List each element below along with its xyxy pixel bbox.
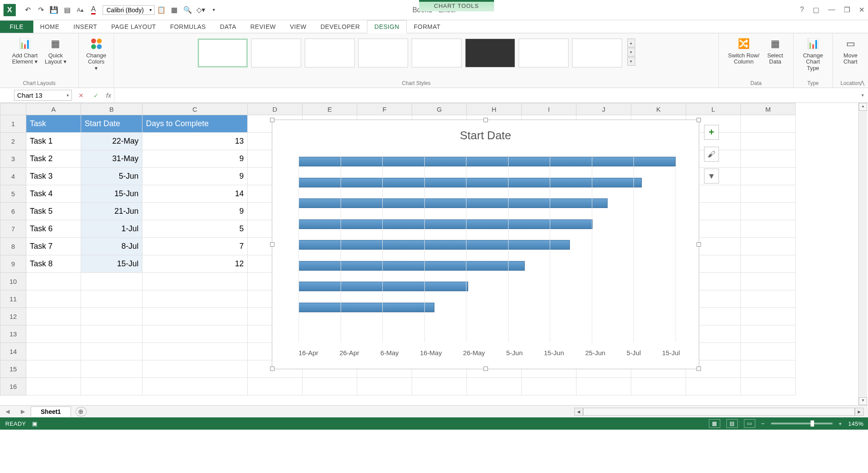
cell-A11[interactable] xyxy=(26,290,81,308)
cell-B1[interactable]: Start Date xyxy=(81,115,142,133)
gallery-scroll-up[interactable]: ▴ xyxy=(627,39,635,47)
row-header-12[interactable]: 12 xyxy=(0,308,26,325)
redo-icon[interactable]: ↷ xyxy=(34,4,47,17)
cell-C6[interactable]: 9 xyxy=(142,203,248,220)
move-chart-button[interactable]: ▭ Move Chart xyxy=(839,36,862,65)
cell-M10[interactable] xyxy=(741,273,796,290)
undo-icon[interactable]: ↶ xyxy=(21,4,34,17)
row-header-16[interactable]: 16 xyxy=(0,378,26,395)
font-size-increase-icon[interactable]: A▴ xyxy=(74,4,87,17)
cell-C3[interactable]: 9 xyxy=(142,150,248,168)
chart-bar-3[interactable] xyxy=(299,261,525,271)
save-icon[interactable]: 💾 xyxy=(47,4,60,17)
cell-C8[interactable]: 7 xyxy=(142,238,248,255)
table-icon[interactable]: ▦ xyxy=(168,4,181,17)
row-header-1[interactable]: 1 xyxy=(0,115,26,133)
cell-D16[interactable] xyxy=(248,378,302,395)
format-painter-icon[interactable]: 📋 xyxy=(155,4,168,17)
chart-filter-button[interactable]: ▼ xyxy=(704,169,719,184)
chart-style-1[interactable] xyxy=(198,39,248,67)
cell-B15[interactable] xyxy=(81,360,142,378)
help-icon[interactable]: ? xyxy=(800,6,804,14)
chart-resize-handle[interactable] xyxy=(270,242,274,247)
confirm-formula-icon[interactable]: ✓ xyxy=(89,92,103,99)
chart-bar-4[interactable] xyxy=(299,240,570,250)
switch-row-column-button[interactable]: 🔀 Switch Row/ Column xyxy=(726,36,762,65)
cell-B10[interactable] xyxy=(81,273,142,290)
cell-B11[interactable] xyxy=(81,290,142,308)
row-header-6[interactable]: 6 xyxy=(0,203,26,220)
cell-L16[interactable] xyxy=(686,378,741,395)
minimize-icon[interactable]: — xyxy=(828,6,835,14)
row-header-9[interactable]: 9 xyxy=(0,255,26,273)
cell-K16[interactable] xyxy=(631,378,686,395)
ribbon-tab-file[interactable]: FILE xyxy=(0,21,33,33)
cell-H16[interactable] xyxy=(467,378,522,395)
chart-resize-handle[interactable] xyxy=(270,367,274,371)
restore-icon[interactable]: ❐ xyxy=(844,6,850,14)
ribbon-tab-insert[interactable]: INSERT xyxy=(67,21,104,33)
cell-B6[interactable]: 21-Jun xyxy=(81,203,142,220)
column-header-F[interactable]: F xyxy=(357,103,412,115)
cell-A1[interactable]: Task xyxy=(26,115,81,133)
close-icon[interactable]: ✕ xyxy=(859,6,864,14)
chart-bar-6[interactable] xyxy=(299,198,608,208)
font-color-icon[interactable]: A xyxy=(87,4,100,17)
cell-M15[interactable] xyxy=(741,360,796,378)
cell-C13[interactable] xyxy=(142,325,248,343)
cell-C14[interactable] xyxy=(142,343,248,360)
chart-style-8[interactable] xyxy=(572,39,622,67)
cell-C15[interactable] xyxy=(142,360,248,378)
cell-C2[interactable]: 13 xyxy=(142,133,248,150)
cell-M4[interactable] xyxy=(741,168,796,185)
cell-M9[interactable] xyxy=(741,255,796,273)
macro-record-icon[interactable]: ▣ xyxy=(32,420,38,427)
chart-resize-handle[interactable] xyxy=(484,367,488,371)
chart-resize-handle[interactable] xyxy=(697,118,701,122)
cell-M12[interactable] xyxy=(741,308,796,325)
sheet-nav-prev[interactable]: ◄ xyxy=(4,408,11,416)
cell-A2[interactable]: Task 1 xyxy=(26,133,81,150)
ribbon-tab-review[interactable]: REVIEW xyxy=(243,21,283,33)
ribbon-tab-data[interactable]: DATA xyxy=(213,21,243,33)
ribbon-tab-design[interactable]: DESIGN xyxy=(367,20,407,33)
column-header-I[interactable]: I xyxy=(522,103,576,115)
cell-B7[interactable]: 1-Jul xyxy=(81,220,142,238)
chart-bar-7[interactable] xyxy=(299,178,642,187)
row-header-14[interactable]: 14 xyxy=(0,343,26,360)
quick-layout-button[interactable]: ▦ Quick Layout ▾ xyxy=(42,36,69,65)
cell-F16[interactable] xyxy=(357,378,412,395)
chart-style-3[interactable] xyxy=(305,39,355,67)
chart-resize-handle[interactable] xyxy=(484,118,488,122)
cell-C4[interactable]: 9 xyxy=(142,168,248,185)
column-header-C[interactable]: C xyxy=(142,103,248,115)
chart-styles-button[interactable]: 🖌 xyxy=(704,147,719,162)
chart-resize-handle[interactable] xyxy=(697,367,701,371)
cell-M16[interactable] xyxy=(741,378,796,395)
cancel-formula-icon[interactable]: ✕ xyxy=(74,92,89,99)
font-selector[interactable]: Calibri (Body) xyxy=(103,5,155,15)
cell-A9[interactable]: Task 8 xyxy=(26,255,81,273)
vertical-scrollbar[interactable]: ▴ ▾ xyxy=(858,103,867,405)
sheet-tab-sheet1[interactable]: Sheet1 xyxy=(31,406,71,417)
horizontal-scrollbar[interactable]: ◄ ► xyxy=(574,408,864,416)
row-header-10[interactable]: 10 xyxy=(0,273,26,290)
sheet-nav-next[interactable]: ► xyxy=(20,408,27,416)
cell-M6[interactable] xyxy=(741,203,796,220)
column-header-B[interactable]: B xyxy=(81,103,142,115)
change-chart-type-button[interactable]: 📊 Change Chart Type xyxy=(798,36,828,71)
cell-M13[interactable] xyxy=(741,325,796,343)
cell-M1[interactable] xyxy=(741,115,796,133)
column-header-G[interactable]: G xyxy=(412,103,467,115)
cell-A14[interactable] xyxy=(26,343,81,360)
cell-A16[interactable] xyxy=(26,378,81,395)
change-colors-button[interactable]: Change Colors ▾ xyxy=(83,36,109,71)
gallery-more[interactable]: ▾ xyxy=(627,57,635,66)
zoom-out-icon[interactable]: − xyxy=(761,420,765,427)
page-break-view-icon[interactable]: ▭ xyxy=(744,419,755,428)
chart-bar-2[interactable] xyxy=(299,282,468,291)
page-layout-view-icon[interactable]: ▤ xyxy=(726,419,738,428)
ribbon-tab-page-layout[interactable]: PAGE LAYOUT xyxy=(104,21,163,33)
ribbon-tab-developer[interactable]: DEVELOPER xyxy=(313,21,367,33)
cell-M5[interactable] xyxy=(741,185,796,203)
